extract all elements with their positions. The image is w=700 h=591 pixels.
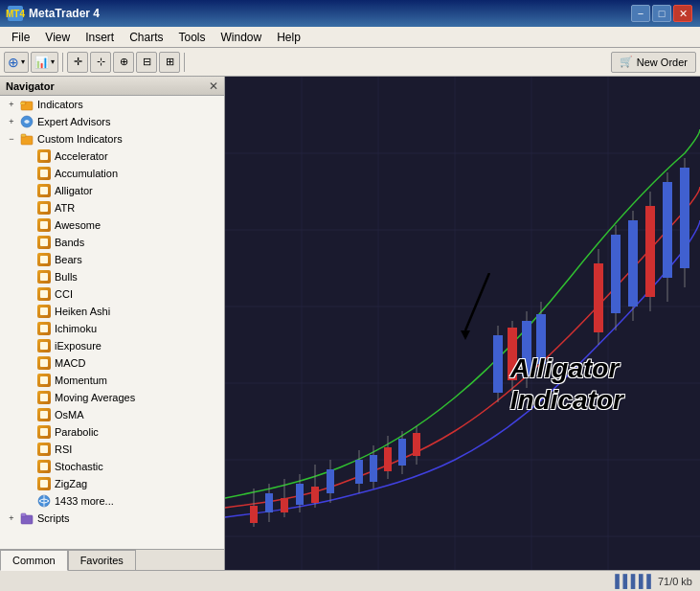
toolbar-btn7[interactable]: ⊞ bbox=[159, 52, 180, 73]
custom-indicators-folder-icon bbox=[19, 131, 34, 147]
indicators-folder-icon bbox=[19, 97, 34, 112]
indicators-label: Indicators bbox=[37, 99, 83, 110]
scroll-icon: ⊞ bbox=[166, 56, 174, 68]
svg-rect-41 bbox=[398, 439, 406, 466]
close-button[interactable]: ✕ bbox=[673, 5, 692, 22]
parabolic-indicator-icon bbox=[36, 424, 52, 440]
navigator-title: Navigator bbox=[6, 80, 55, 92]
ichimoku-label: Ichimoku bbox=[55, 323, 97, 334]
new-order-icon: 🛒 bbox=[620, 56, 633, 68]
annotation-line2: Indicator bbox=[510, 384, 623, 417]
expand-custom-icon: − bbox=[4, 131, 19, 147]
nav-item-accumulation[interactable]: Accumulation bbox=[0, 165, 224, 182]
status-info: 71/0 kb bbox=[658, 576, 692, 587]
svg-rect-4 bbox=[21, 136, 33, 145]
toolbar: ⊕ ▾ 📊 ▾ ✛ ⊹ ⊕ ⊟ ⊞ 🛒 New Order bbox=[0, 48, 700, 77]
nav-item-custom-indicators[interactable]: − Custom Indicators bbox=[0, 130, 224, 148]
nav-item-parabolic[interactable]: Parabolic bbox=[0, 423, 224, 441]
awesome-indicator-icon bbox=[36, 217, 52, 233]
toolbar-btn4[interactable]: ⊹ bbox=[90, 52, 111, 73]
cci-label: CCI bbox=[55, 288, 73, 300]
nav-item-bands[interactable]: Bands bbox=[0, 234, 224, 251]
svg-rect-9 bbox=[21, 513, 26, 516]
nav-item-momentum[interactable]: Momentum bbox=[0, 372, 224, 389]
nav-item-moving-averages[interactable]: Moving Averages bbox=[0, 389, 224, 406]
svg-rect-61 bbox=[663, 182, 672, 278]
maximize-button[interactable]: □ bbox=[652, 5, 671, 22]
iexposure-indicator-icon bbox=[36, 338, 52, 353]
bands-indicator-icon bbox=[36, 235, 52, 250]
rsi-label: RSI bbox=[55, 443, 72, 455]
expand-indicators-icon: + bbox=[4, 97, 19, 112]
heiken-ashi-indicator-icon bbox=[36, 304, 52, 319]
svg-rect-37 bbox=[370, 455, 377, 482]
tab-favorites[interactable]: Favorites bbox=[68, 550, 136, 570]
osma-indicator-icon bbox=[36, 407, 52, 422]
svg-rect-55 bbox=[611, 235, 621, 313]
nav-item-macd[interactable]: MACD bbox=[0, 354, 224, 372]
menu-charts[interactable]: Charts bbox=[122, 29, 170, 46]
nav-item-stochastic[interactable]: Stochastic bbox=[0, 458, 224, 475]
toolbar-chart-btn2[interactable]: 📊 ▾ bbox=[31, 52, 58, 73]
title-bar-controls: − □ ✕ bbox=[631, 5, 692, 22]
minimize-button[interactable]: − bbox=[631, 5, 650, 22]
svg-rect-57 bbox=[628, 220, 638, 307]
nav-item-awesome[interactable]: Awesome bbox=[0, 216, 224, 234]
new-order-button[interactable]: 🛒 New Order bbox=[611, 52, 696, 73]
toolbar-btn3[interactable]: ✛ bbox=[67, 52, 88, 73]
svg-rect-45 bbox=[493, 335, 503, 393]
nav-item-scripts[interactable]: + Scripts bbox=[0, 510, 224, 527]
menu-tools[interactable]: Tools bbox=[171, 29, 214, 46]
accelerator-label: Accelerator bbox=[55, 150, 108, 162]
new-order-label: New Order bbox=[637, 57, 688, 68]
alligator-indicator-icon bbox=[36, 183, 52, 198]
toolbar-btn5[interactable]: ⊕ bbox=[113, 52, 134, 73]
menu-help[interactable]: Help bbox=[269, 29, 308, 46]
nav-item-osma[interactable]: OsMA bbox=[0, 406, 224, 423]
nav-item-cci[interactable]: CCI bbox=[0, 285, 224, 303]
nav-item-rsi[interactable]: RSI bbox=[0, 441, 224, 458]
nav-item-heiken-ashi[interactable]: Heiken Ashi bbox=[0, 303, 224, 320]
nav-item-ichimoku[interactable]: Ichimoku bbox=[0, 320, 224, 337]
expert-advisors-icon bbox=[19, 114, 34, 129]
svg-rect-35 bbox=[355, 460, 363, 484]
nav-item-more[interactable]: 1433 more... bbox=[0, 492, 224, 510]
status-bar: ▐▐▐▐▐ 71/0 kb bbox=[0, 570, 700, 591]
custom-indicators-items: Accelerator Accumulation Alligator ATR A… bbox=[0, 148, 224, 510]
tab-favorites-label: Favorites bbox=[80, 555, 124, 566]
nav-item-bears[interactable]: Bears bbox=[0, 251, 224, 268]
navigator-close-button[interactable]: ✕ bbox=[209, 80, 218, 93]
alligator-label: Alligator bbox=[55, 185, 93, 196]
menu-view[interactable]: View bbox=[37, 29, 78, 46]
nav-item-atr[interactable]: ATR bbox=[0, 199, 224, 216]
tab-common[interactable]: Common bbox=[0, 550, 68, 571]
title-bar-left: MT4 MetaTrader 4 bbox=[8, 6, 100, 21]
menu-file[interactable]: File bbox=[4, 29, 37, 46]
more-label: 1433 more... bbox=[55, 495, 114, 507]
svg-rect-23 bbox=[250, 506, 258, 523]
nav-item-indicators[interactable]: + Indicators bbox=[0, 96, 224, 113]
chart-area[interactable]: Alligator Indicator bbox=[225, 77, 700, 570]
nav-item-expert-advisors[interactable]: + Expert Advisors bbox=[0, 113, 224, 130]
bears-label: Bears bbox=[55, 254, 82, 265]
nav-item-iexposure[interactable]: iExposure bbox=[0, 337, 224, 354]
menu-insert[interactable]: Insert bbox=[78, 29, 122, 46]
svg-rect-39 bbox=[384, 447, 392, 471]
annotation-arrow-svg bbox=[451, 273, 499, 340]
nav-item-alligator[interactable]: Alligator bbox=[0, 182, 224, 199]
toolbar-new-chart-btn[interactable]: ⊕ ▾ bbox=[4, 52, 29, 73]
title-bar: MT4 MetaTrader 4 − □ ✕ bbox=[0, 0, 700, 27]
bands-label: Bands bbox=[55, 237, 84, 248]
moving-averages-label: Moving Averages bbox=[55, 392, 135, 403]
nav-item-zigzag[interactable]: ZigZag bbox=[0, 475, 224, 492]
nav-item-accelerator[interactable]: Accelerator bbox=[0, 148, 224, 165]
stochastic-label: Stochastic bbox=[55, 461, 103, 472]
toolbar-btn6[interactable]: ⊟ bbox=[136, 52, 157, 73]
toolbar-dropdown-arrow: ▾ bbox=[21, 57, 25, 66]
svg-rect-31 bbox=[311, 487, 319, 503]
accumulation-label: Accumulation bbox=[55, 168, 118, 179]
menu-window[interactable]: Window bbox=[214, 29, 270, 46]
parabolic-label: Parabolic bbox=[55, 426, 99, 438]
nav-item-bulls[interactable]: Bulls bbox=[0, 268, 224, 285]
status-chart-icon: ▐▐▐▐▐ bbox=[611, 574, 650, 588]
